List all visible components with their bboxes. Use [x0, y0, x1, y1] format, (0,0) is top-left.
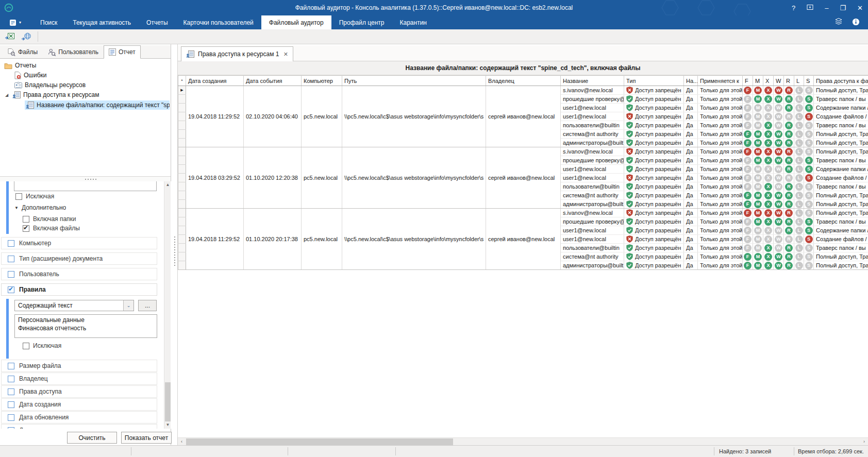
row-selector[interactable]: [178, 95, 186, 104]
cell-flag-L[interactable]: L: [794, 209, 804, 217]
cell-access-type[interactable]: Доступ разрешён: [624, 252, 684, 261]
cell-flag-R[interactable]: R: [784, 209, 794, 217]
cell-flag-S[interactable]: S: [804, 165, 814, 174]
row-selector[interactable]: [178, 112, 186, 121]
cell-flag-F[interactable]: F: [743, 104, 753, 112]
cell-flag-R[interactable]: R: [784, 182, 794, 191]
cell-applies-to[interactable]: Только для этой: [698, 139, 743, 147]
row-selector[interactable]: [178, 104, 186, 112]
cell-rights[interactable]: Полный доступ, Тра: [814, 147, 868, 156]
cell-flag-W[interactable]: W: [774, 112, 784, 121]
cell-flag-X[interactable]: X: [763, 130, 774, 139]
row-selector[interactable]: [178, 165, 186, 174]
cell-name[interactable]: s.ivanov@new.local: [561, 86, 624, 95]
cell-flag-L[interactable]: L: [794, 165, 804, 174]
cell-applies-to[interactable]: Только для этой: [698, 209, 743, 217]
cell-flag-S[interactable]: S: [804, 191, 814, 200]
cell-flag-S[interactable]: S: [804, 235, 814, 244]
cell-flag-L[interactable]: L: [794, 182, 804, 191]
cell-access-type[interactable]: Доступ разрешён: [624, 121, 684, 130]
cell-flag-L[interactable]: L: [794, 156, 804, 165]
cell-rights[interactable]: Полный доступ, Тра: [814, 209, 868, 217]
cell-flag-S[interactable]: S: [804, 174, 814, 182]
cell-flag-L[interactable]: L: [794, 139, 804, 147]
cell-rights[interactable]: Траверс папок / вы: [814, 244, 868, 252]
cell-applies-to[interactable]: Только для этой: [698, 121, 743, 130]
cell-flag-F[interactable]: F: [743, 217, 753, 226]
cell-flag-L[interactable]: L: [794, 174, 804, 182]
cell-flag-W[interactable]: W: [774, 86, 784, 95]
cell-flag-M[interactable]: M: [753, 217, 763, 226]
cell-access-type[interactable]: Доступ разрешён: [624, 200, 684, 209]
cell-flag-W[interactable]: W: [774, 217, 784, 226]
cell-access-type[interactable]: Доступ запрещён: [624, 112, 684, 121]
cell-flag-M[interactable]: M: [753, 139, 763, 147]
cell-computer[interactable]: pc5.new.local: [302, 209, 342, 270]
cell-flag-S[interactable]: S: [804, 121, 814, 130]
cell-inherited[interactable]: Да: [684, 244, 698, 252]
cell-flag-F[interactable]: F: [743, 156, 753, 165]
sidebar-tab-user[interactable]: Пользователь: [43, 46, 104, 58]
cell-applies-to[interactable]: Только для этой: [698, 147, 743, 156]
checkbox-icon[interactable]: [8, 271, 14, 278]
cell-access-type[interactable]: Доступ запрещён: [624, 147, 684, 156]
cell-path[interactable]: \\pc5.new.local\c$\asus webstorage\info\…: [342, 86, 486, 147]
table-row[interactable]: 19.04.2018 03:29:5201.10.2020 12:20:38pc…: [178, 147, 868, 156]
cell-flag-W[interactable]: W: [774, 139, 784, 147]
column-header-8[interactable]: На...: [684, 76, 698, 86]
cell-applies-to[interactable]: Только для этой: [698, 182, 743, 191]
checkbox-icon[interactable]: [8, 363, 14, 369]
row-selector[interactable]: [178, 244, 186, 252]
cell-flag-R[interactable]: R: [784, 217, 794, 226]
ribbon-tab-5[interactable]: Профайл центр: [331, 15, 392, 29]
cell-flag-R[interactable]: R: [784, 139, 794, 147]
cell-flag-L[interactable]: L: [794, 217, 804, 226]
cell-flag-X[interactable]: X: [763, 235, 774, 244]
cell-applies-to[interactable]: Только для этой: [698, 191, 743, 200]
ribbon-tab-1[interactable]: Текущая активность: [65, 15, 139, 29]
cell-owner[interactable]: сергей иванов@new.local: [486, 86, 561, 147]
cell-rights[interactable]: Траверс папок / вы: [814, 121, 868, 130]
cell-flag-S[interactable]: S: [804, 104, 814, 112]
cell-flag-L[interactable]: L: [794, 191, 804, 200]
ribbon-tab-6[interactable]: Карантин: [392, 15, 435, 29]
cell-applies-to[interactable]: Только для этой: [698, 86, 743, 95]
cell-flag-S[interactable]: S: [804, 209, 814, 217]
cell-flag-R[interactable]: R: [784, 244, 794, 252]
checkbox-icon[interactable]: [23, 343, 29, 349]
cell-inherited[interactable]: Да: [684, 235, 698, 244]
column-header-7[interactable]: Тип: [624, 76, 684, 86]
checkbox-checked-icon[interactable]: [23, 225, 29, 232]
cell-flag-S[interactable]: S: [804, 200, 814, 209]
cell-access-type[interactable]: Доступ запрещён: [624, 209, 684, 217]
cell-name[interactable]: прошедшие проверку@: [561, 217, 624, 226]
cell-flag-M[interactable]: M: [753, 104, 763, 112]
cell-flag-F[interactable]: F: [743, 191, 753, 200]
cell-rights[interactable]: Полный доступ, Тра: [814, 86, 868, 95]
info-icon[interactable]: [852, 18, 860, 27]
cell-flag-M[interactable]: M: [753, 112, 763, 121]
cell-flag-F[interactable]: F: [743, 261, 753, 270]
column-header-13[interactable]: W: [774, 76, 784, 86]
cell-inherited[interactable]: Да: [684, 261, 698, 270]
cell-flag-X[interactable]: X: [763, 104, 774, 112]
clear-button[interactable]: Очистить: [67, 432, 117, 444]
cell-access-type[interactable]: Доступ разрешён: [624, 165, 684, 174]
row-selector[interactable]: [178, 252, 186, 261]
cell-rights[interactable]: Траверс папок / вы: [814, 156, 868, 165]
rules-textarea[interactable]: Персональные данные Финансовая отчетност…: [14, 314, 157, 338]
cell-flag-X[interactable]: X: [763, 165, 774, 174]
checkbox-icon[interactable]: [8, 256, 14, 262]
column-header-1[interactable]: Дата создания: [186, 76, 244, 86]
cell-rights[interactable]: Полный доступ, Тра: [814, 130, 868, 139]
cell-flag-M[interactable]: M: [753, 191, 763, 200]
checkbox-icon[interactable]: [8, 388, 14, 395]
cell-created[interactable]: 19.04.2018 11:29:52: [186, 86, 244, 147]
ribbon-tab-4[interactable]: Файловый аудитор: [261, 15, 331, 29]
cell-inherited[interactable]: Да: [684, 165, 698, 174]
column-header-10[interactable]: F: [743, 76, 753, 86]
cell-flag-S[interactable]: S: [804, 261, 814, 270]
cell-flag-M[interactable]: M: [753, 174, 763, 182]
filter-section-bottom-0[interactable]: Размер файла: [1, 360, 157, 372]
cell-access-type[interactable]: Доступ разрешён: [624, 104, 684, 112]
